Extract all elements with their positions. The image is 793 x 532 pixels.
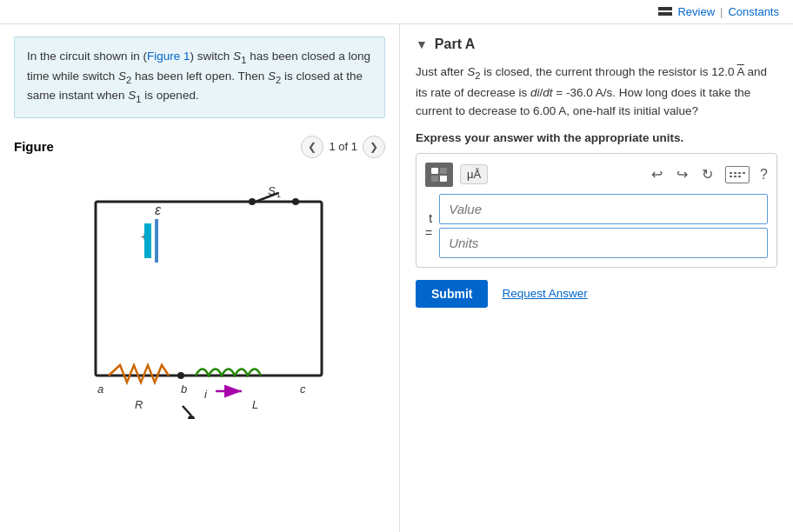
- figure-page: 1 of 1: [329, 140, 357, 153]
- t-label: t: [429, 211, 432, 226]
- figure-nav: ❮ 1 of 1 ❯: [301, 136, 385, 158]
- input-row: t =: [425, 194, 768, 258]
- help-button[interactable]: ?: [760, 167, 768, 183]
- undo-button[interactable]: ↩: [650, 164, 664, 184]
- right-panel: ▼ Part A Just after S2 is closed, the cu…: [400, 24, 793, 532]
- inputs-stack: [439, 194, 768, 258]
- units-input[interactable]: [439, 228, 768, 258]
- problem-box: In the circuit shown in (Figure 1) switc…: [14, 37, 385, 118]
- toolbar-right: ↩ ↪ ↻: [650, 164, 768, 184]
- part-label: Part A: [435, 37, 476, 52]
- constants-link[interactable]: Constants: [728, 5, 779, 18]
- circuit-svg: ε + S 1 a b R: [43, 176, 357, 419]
- svg-text:L: L: [252, 398, 258, 411]
- svg-text:R: R: [135, 398, 143, 411]
- keyboard-icon[interactable]: [725, 166, 750, 183]
- svg-text:a: a: [97, 382, 103, 396]
- svg-point-18: [188, 416, 195, 419]
- answer-box: μÅ ↩ ↪ ↻: [416, 153, 777, 268]
- separator: |: [720, 5, 723, 18]
- redo-button[interactable]: ↪: [675, 164, 690, 184]
- svg-rect-0: [96, 202, 322, 376]
- svg-point-7: [292, 198, 299, 205]
- svg-text:S: S: [268, 184, 276, 197]
- prev-figure-button[interactable]: ❮: [301, 136, 323, 158]
- circuit-diagram: ε + S 1 a b R: [14, 167, 385, 428]
- refresh-button[interactable]: ↻: [700, 164, 715, 184]
- review-icons: [658, 7, 672, 17]
- matrix-icon[interactable]: [425, 163, 453, 187]
- main-content: In the circuit shown in (Figure 1) switc…: [0, 24, 793, 532]
- review-link[interactable]: Review: [677, 5, 715, 18]
- svg-text:ε: ε: [155, 203, 162, 217]
- chevron-icon[interactable]: ▼: [416, 37, 428, 51]
- svg-point-5: [249, 198, 256, 205]
- equals-label: =: [425, 226, 432, 241]
- submit-row: Submit Request Answer: [416, 280, 777, 308]
- part-header: ▼ Part A: [416, 37, 777, 52]
- svg-point-13: [177, 372, 184, 379]
- answer-toolbar: μÅ ↩ ↪ ↻: [425, 163, 768, 187]
- svg-text:b: b: [181, 382, 187, 396]
- left-panel: In the circuit shown in (Figure 1) switc…: [0, 24, 400, 532]
- toolbar-left: μÅ: [425, 163, 488, 187]
- next-figure-button[interactable]: ❯: [363, 136, 385, 158]
- figure-link[interactable]: Figure 1: [147, 50, 190, 63]
- express-label: Express your answer with the appropriate…: [416, 131, 777, 144]
- svg-text:i: i: [204, 388, 208, 401]
- request-answer-link[interactable]: Request Answer: [502, 287, 587, 300]
- mu-button[interactable]: μÅ: [460, 164, 488, 184]
- value-input[interactable]: [439, 194, 768, 224]
- figure-header: Figure ❮ 1 of 1 ❯: [14, 136, 385, 158]
- review-icon: [658, 7, 672, 17]
- svg-line-19: [183, 406, 191, 416]
- t-equals-label: t =: [425, 211, 432, 241]
- svg-text:1: 1: [277, 190, 281, 199]
- question-text: Just after S2 is closed, the current thr…: [416, 63, 777, 121]
- submit-button[interactable]: Submit: [416, 280, 488, 308]
- svg-text:c: c: [300, 382, 306, 396]
- top-bar: Review | Constants: [0, 0, 793, 24]
- figure-label: Figure: [14, 139, 301, 154]
